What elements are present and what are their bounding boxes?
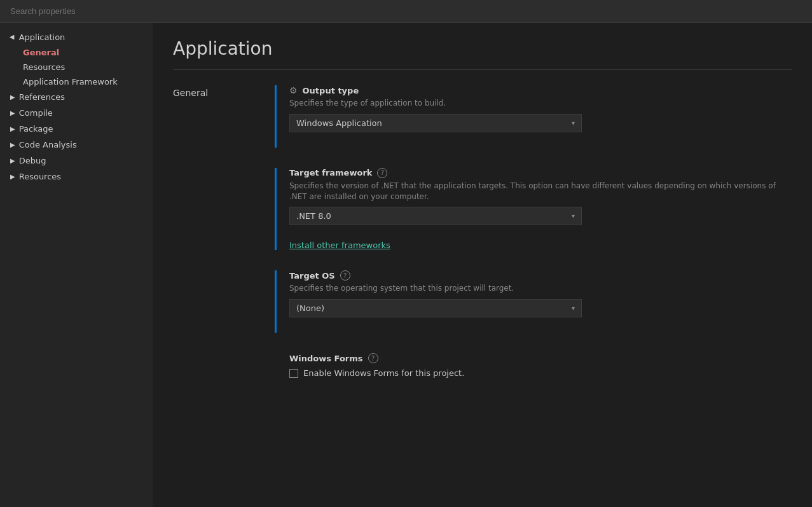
sidebar-item-references-label: References xyxy=(19,92,65,102)
sidebar-group-application-label: Application xyxy=(19,32,65,42)
sidebar-group-debug[interactable]: ▶ Debug xyxy=(0,153,153,169)
target-os-dropdown[interactable]: (None) ▾ xyxy=(289,299,582,317)
chevron-right-icon: ▶ xyxy=(10,94,15,101)
target-framework-dropdown[interactable]: .NET 8.0 ▾ xyxy=(289,207,582,225)
gear-icon: ⚙ xyxy=(289,85,298,95)
install-frameworks-link[interactable]: Install other frameworks xyxy=(289,240,792,250)
output-type-value: Windows Application xyxy=(296,118,382,128)
content-area: Application General ⚙ Output type Specif… xyxy=(153,23,812,507)
sidebar-item-debug-label: Debug xyxy=(19,156,46,165)
target-framework-value: .NET 8.0 xyxy=(296,211,331,221)
chevron-right-icon: ▶ xyxy=(10,157,15,164)
chevron-right-icon: ▶ xyxy=(10,109,15,116)
sidebar-group-code-analysis[interactable]: ▶ Code Analysis xyxy=(0,137,153,153)
chevron-right-icon: ▶ xyxy=(10,125,15,132)
section-label: General xyxy=(173,85,275,413)
windows-forms-header: Windows Forms ? xyxy=(289,353,792,363)
target-framework-header: Target framework ? xyxy=(289,168,792,178)
sidebar-item-resources2-label: Resources xyxy=(19,172,61,181)
content-body: General ⚙ Output type Specifies the type… xyxy=(173,85,792,413)
chevron-down-icon: ▼ xyxy=(9,35,16,40)
search-input[interactable] xyxy=(10,6,802,16)
target-framework-title: Target framework xyxy=(289,168,372,177)
sidebar-group-resources2[interactable]: ▶ Resources xyxy=(0,169,153,184)
target-os-title: Target OS xyxy=(289,271,335,281)
section-divider xyxy=(173,69,792,70)
target-framework-block: Target framework ? Specifies the version… xyxy=(289,168,792,226)
target-framework-description: Specifies the version of .NET that the a… xyxy=(289,181,792,202)
target-os-help-icon[interactable]: ? xyxy=(340,270,350,281)
sidebar-item-compile-label: Compile xyxy=(19,108,53,118)
sidebar-item-code-analysis-label: Code Analysis xyxy=(19,140,77,149)
page-title: Application xyxy=(173,38,792,59)
sidebar-group-application[interactable]: ▼ Application xyxy=(0,29,153,45)
windows-forms-checkbox-row: Enable Windows Forms for this project. xyxy=(289,368,792,378)
dropdown-arrow-icon: ▾ xyxy=(572,120,575,127)
windows-forms-checkbox[interactable] xyxy=(289,369,298,378)
target-os-description: Specifies the operating system that this… xyxy=(289,283,792,294)
sidebar: ▼ Application General Resources Applicat… xyxy=(0,23,153,507)
output-type-section: ⚙ Output type Specifies the type of appl… xyxy=(275,85,792,148)
output-type-header: ⚙ Output type xyxy=(289,85,792,95)
main-layout: ▼ Application General Resources Applicat… xyxy=(0,23,812,507)
chevron-right-icon: ▶ xyxy=(10,173,15,180)
target-os-header: Target OS ? xyxy=(289,270,792,281)
settings-column: ⚙ Output type Specifies the type of appl… xyxy=(275,85,792,413)
sidebar-item-package-label: Package xyxy=(19,124,53,134)
output-type-description: Specifies the type of application to bui… xyxy=(289,98,792,109)
target-os-section: Target OS ? Specifies the operating syst… xyxy=(275,270,792,333)
chevron-right-icon: ▶ xyxy=(10,141,15,148)
sidebar-group-package[interactable]: ▶ Package xyxy=(0,121,153,137)
target-framework-section: Target framework ? Specifies the version… xyxy=(275,168,792,251)
sidebar-group-references[interactable]: ▶ References xyxy=(0,89,153,105)
target-os-value: (None) xyxy=(296,303,324,313)
dropdown-arrow-icon3: ▾ xyxy=(572,305,575,312)
output-type-block: ⚙ Output type Specifies the type of appl… xyxy=(289,85,792,132)
windows-forms-checkbox-label: Enable Windows Forms for this project. xyxy=(303,368,464,378)
sidebar-item-application-framework[interactable]: Application Framework xyxy=(10,74,153,89)
target-framework-help-icon[interactable]: ? xyxy=(377,168,387,178)
sidebar-item-general[interactable]: General xyxy=(10,45,153,60)
sidebar-item-resources[interactable]: Resources xyxy=(10,60,153,74)
sidebar-group-compile[interactable]: ▶ Compile xyxy=(0,105,153,121)
output-type-dropdown[interactable]: Windows Application ▾ xyxy=(289,114,582,132)
windows-forms-block: Windows Forms ? Enable Windows Forms for… xyxy=(289,353,792,378)
sidebar-item-application-framework-label: Application Framework xyxy=(23,77,118,87)
sidebar-application-children: General Resources Application Framework xyxy=(0,45,153,89)
dropdown-arrow-icon2: ▾ xyxy=(572,212,575,219)
search-bar xyxy=(0,0,812,23)
sidebar-item-general-label: General xyxy=(23,48,59,57)
windows-forms-title: Windows Forms xyxy=(289,354,363,363)
output-type-title: Output type xyxy=(303,86,359,95)
windows-forms-section: Windows Forms ? Enable Windows Forms for… xyxy=(275,353,792,393)
target-os-block: Target OS ? Specifies the operating syst… xyxy=(289,270,792,317)
sidebar-item-resources-label: Resources xyxy=(23,62,65,72)
windows-forms-help-icon[interactable]: ? xyxy=(368,353,378,363)
